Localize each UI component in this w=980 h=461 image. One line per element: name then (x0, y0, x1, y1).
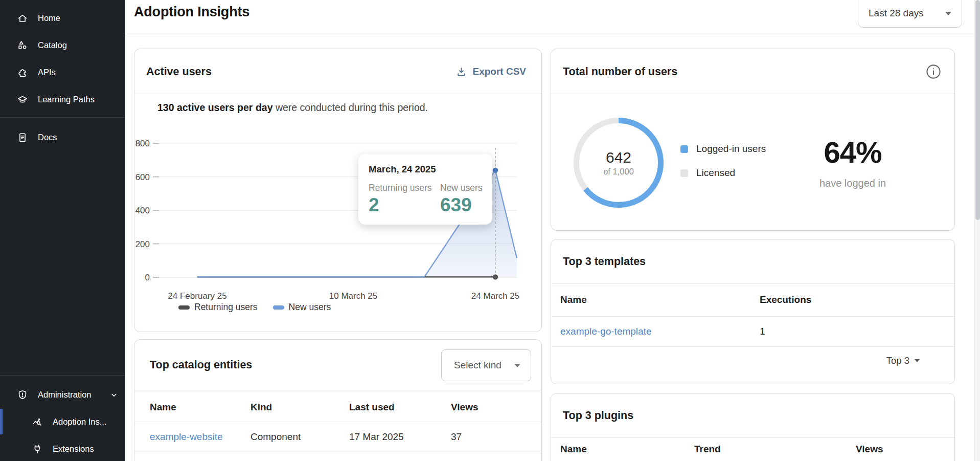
sidebar-item-label: Catalog (38, 40, 67, 50)
sidebar-item-docs[interactable]: Docs (0, 124, 125, 151)
tooltip-value: 2 (369, 195, 440, 214)
logged-in-count: 642 (606, 149, 631, 167)
sidebar-item-extensions[interactable]: Extensions (0, 435, 125, 461)
top-catalog-entities-card: Top catalog entities Select kind Name Ki… (134, 339, 542, 461)
sidebar-item-label: Docs (38, 133, 57, 142)
sidebar-bottom-section: Administration Adoption Ins... Extension… (0, 375, 125, 461)
top3-label: Top 3 (886, 355, 909, 366)
chart-summary: 130 active users per day were conducted … (157, 102, 428, 114)
sidebar-item-apis[interactable]: APIs (0, 59, 125, 86)
chart-legend: Returning users New users (178, 302, 331, 313)
page-title: Adoption Insights (134, 4, 249, 20)
licensed-swatch (680, 169, 688, 177)
info-icon[interactable] (926, 64, 941, 79)
card-title: Total number of users (563, 65, 677, 78)
sidebar-item-label: Administration (38, 390, 92, 400)
donut-center-label: 642 of 1,000 (574, 118, 664, 208)
logged-in-percent-caption: have logged in (784, 178, 922, 189)
tooltip-date: March, 24 2025 (369, 164, 492, 175)
select-kind-dropdown[interactable]: Select kind (441, 349, 531, 381)
svg-text:24 February 25: 24 February 25 (168, 291, 226, 301)
sidebar: Home Catalog APIs Learning Paths Docs Ad… (0, 0, 125, 461)
column-header-views: Views (856, 444, 883, 455)
sidebar-item-adoption-insights[interactable]: Adoption Ins... (0, 408, 125, 435)
table-divider (551, 346, 954, 347)
apis-icon (17, 67, 28, 78)
kind-value: Component (250, 431, 301, 443)
logged-in-swatch (680, 145, 688, 153)
sidebar-item-label: Learning Paths (38, 95, 95, 104)
docs-icon (17, 132, 28, 143)
export-csv-label: Export CSV (472, 66, 526, 77)
column-header-name: Name (560, 444, 587, 455)
template-link[interactable]: example-go-template (560, 326, 651, 337)
column-header-name: Name (150, 402, 176, 413)
logged-in-percent: 64% (784, 135, 922, 169)
chevron-down-icon (109, 390, 119, 400)
legend-label: Returning users (194, 302, 258, 313)
legend-label: Licensed (696, 167, 735, 179)
column-header-views: Views (451, 402, 478, 413)
svg-text:200: 200 (135, 239, 150, 249)
download-icon (456, 67, 467, 77)
sidebar-divider (0, 117, 125, 118)
summary-rest: were conducted during this period. (272, 102, 428, 113)
select-kind-placeholder: Select kind (454, 360, 502, 371)
learning-paths-icon (17, 94, 28, 105)
active-users-card-header: Active users Export CSV (134, 49, 541, 94)
legend-item-returning-users[interactable]: Returning users (178, 302, 258, 313)
svg-text:800: 800 (135, 139, 150, 148)
export-csv-button[interactable]: Export CSV (456, 63, 526, 80)
period-select-value: Last 28 days (869, 8, 924, 19)
insights-icon (32, 416, 43, 428)
sidebar-item-learning-paths[interactable]: Learning Paths (0, 86, 125, 113)
home-icon (17, 13, 28, 24)
views-value: 37 (451, 431, 462, 443)
sidebar-item-administration[interactable]: Administration (0, 381, 125, 408)
shield-icon (17, 389, 28, 401)
column-header-last-used: Last used (349, 402, 395, 413)
header-divider (125, 36, 980, 36)
summary-highlight: 130 active users per day (157, 102, 272, 113)
vertical-scrollbar[interactable] (974, 0, 980, 461)
logged-in-percent-block: 64% have logged in (784, 135, 922, 189)
legend-label: New users (289, 302, 331, 313)
sidebar-item-label: APIs (38, 68, 56, 77)
column-header-kind: Kind (250, 402, 272, 413)
licensed-total: of 1,000 (603, 167, 634, 177)
legend-label: Logged-in users (696, 143, 766, 155)
svg-text:0: 0 (145, 273, 150, 282)
entity-link[interactable]: example-website (150, 431, 223, 443)
returning-users-swatch (178, 305, 190, 310)
total-users-card: Total number of users 642 of 1,000 Logge… (551, 49, 955, 231)
top-templates-card-header: Top 3 templates (551, 239, 954, 284)
svg-text:10 March 25: 10 March 25 (329, 291, 378, 301)
sidebar-divider (0, 375, 125, 376)
period-select[interactable]: Last 28 days (858, 0, 962, 28)
tooltip-label: New users (440, 183, 483, 193)
top-plugins-card: Top 3 plugins Name Trend Views (551, 393, 955, 461)
sidebar-item-label: Adoption Ins... (53, 417, 107, 427)
chart-tooltip: March, 24 2025 Returning users 2 New use… (358, 154, 492, 225)
last-used-value: 17 Mar 2025 (349, 431, 404, 443)
plug-icon (32, 444, 43, 455)
sidebar-item-catalog[interactable]: Catalog (0, 32, 125, 59)
top-catalog-card-header: Top catalog entities Select kind (134, 340, 541, 390)
tooltip-value: 639 (440, 195, 483, 214)
catalog-icon (17, 40, 28, 51)
card-title: Active users (146, 65, 212, 78)
executions-value: 1 (760, 326, 765, 337)
new-users-swatch (273, 305, 284, 310)
top-plugins-card-header: Top 3 plugins (551, 393, 954, 438)
active-users-card: Active users Export CSV 130 active users… (134, 49, 542, 332)
legend-item-licensed: Licensed (680, 167, 766, 179)
caret-down-icon (915, 359, 920, 362)
total-users-card-header: Total number of users (551, 49, 954, 94)
licensed-users-donut-chart: 642 of 1,000 (574, 118, 664, 208)
donut-legend: Logged-in users Licensed (680, 143, 766, 191)
caret-down-icon (945, 12, 951, 15)
scrollbar-thumb[interactable] (975, 0, 980, 220)
top3-pagination-select[interactable]: Top 3 (886, 355, 920, 366)
sidebar-item-home[interactable]: Home (0, 5, 125, 32)
legend-item-new-users[interactable]: New users (273, 302, 331, 313)
